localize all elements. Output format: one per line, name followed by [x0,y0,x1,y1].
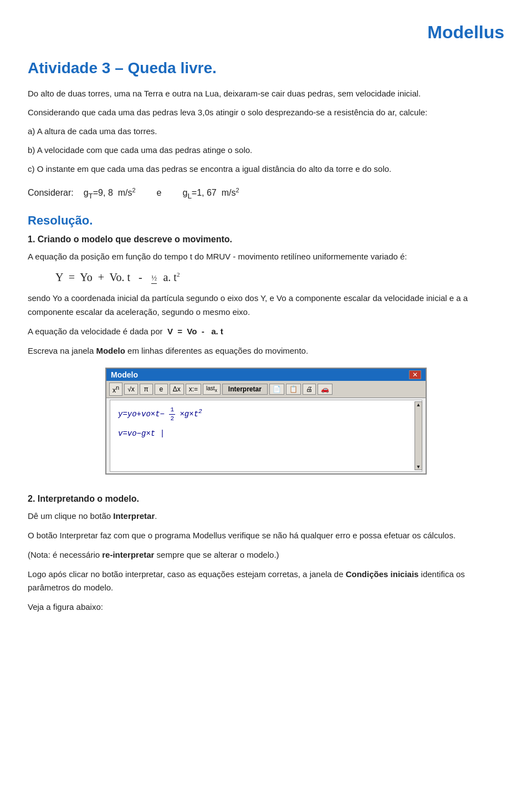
model-close-button[interactable]: ✕ [409,370,421,379]
brand-title: Modellus [28,22,504,43]
scroll-up-arrow[interactable]: ▲ [416,402,421,407]
model-content[interactable]: y=yo+vo×t− 1 2 ×g×t2 v=vo−g×t | [110,400,422,472]
escreva-text: Escreva na janela Modelo em linhas difer… [28,344,504,358]
sendo-text: sendo Yo a coordenada inicial da partícu… [28,292,504,319]
considerar-block: Considerar: gT=9, 8 m/s2 e gL=1, 67 m/s2 [28,187,504,200]
toolbar-sqrt-button[interactable]: √x [124,384,138,395]
section2-para2: O botão Interpretar faz com que o progra… [28,529,504,543]
model-toolbar: xn √x π e Δx x:= lastx Interpretar 📄 📋 🖨… [106,381,426,398]
toolbar-print-button[interactable]: 🖨 [303,384,316,395]
model-window: Modelo ✕ xn √x π e Δx x:= lastx Interpre… [105,368,427,475]
equacao-pos-intro: A equação da posição em função do tempo … [28,250,504,264]
intro-line1: Do alto de duas torres, uma na Terra e o… [28,87,504,100]
intro-line3c: c) O instante em que cada uma das pedras… [28,162,504,176]
half-fraction: ½ [151,274,157,284]
toolbar-doc-button[interactable]: 📄 [269,384,284,395]
e-connector: e [157,188,162,198]
intro-line3b: b) A velocidade com que cada uma das ped… [28,144,504,157]
model-titlebar: Modelo ✕ [106,369,426,381]
position-equation: Y = Yo + Vo. t - ½ a. t2 [55,271,504,284]
toolbar-e-button[interactable]: e [155,384,168,395]
section1-heading: 1. Criando o modelo que descreve o movim… [28,235,504,244]
resolucao-title: Resolução. [28,213,504,228]
toolbar-clipboard-button[interactable]: 📋 [286,384,301,395]
scrollbar[interactable]: ▲ ▼ [415,401,422,470]
veja-text: Veja a figura abaixo: [28,600,504,614]
intro-line2: Considerando que cada uma das pedras lev… [28,106,504,119]
section2-para1: Dê um clique no botão Interpretar. [28,509,504,523]
section2-heading: 2. Interpretando o modelo. [28,494,504,504]
toolbar-assign-button[interactable]: x:= [186,384,201,395]
vel-eq-intro: A equação da velocidade é dada por V = V… [28,325,504,339]
toolbar-xn-button[interactable]: xn [109,383,122,396]
model-content-wrapper: y=yo+vo×t− 1 2 ×g×t2 v=vo−g×t | ▲ ▼ [108,400,424,472]
section2-para3: Logo após clicar no botão interpretar, c… [28,568,504,595]
considerar-label: Considerar: [28,188,74,198]
toolbar-interpretar-button[interactable]: Interpretar [222,384,268,395]
gl-value: gL=1, 67 m/s2 [183,187,239,200]
toolbar-delta-button[interactable]: Δx [170,384,184,395]
scroll-down-arrow[interactable]: ▼ [416,464,421,470]
gt-value: gT=9, 8 m/s2 [84,187,136,200]
page-title: Atividade 3 – Queda livre. [28,59,504,77]
toolbar-car-button[interactable]: 🚗 [318,384,332,395]
section2-nota: (Nota: é necessário re-interpretar sempr… [28,548,504,562]
toolbar-lastx-button[interactable]: lastx [203,384,221,395]
model-window-title: Modelo [111,370,138,379]
model-eq1: y=yo+vo×t− 1 2 ×g×t2 [118,406,411,422]
toolbar-pi-button[interactable]: π [140,384,153,395]
intro-line3a: a) A altura de cada uma das torres. [28,125,504,138]
model-eq2: v=vo−g×t | [118,427,411,441]
